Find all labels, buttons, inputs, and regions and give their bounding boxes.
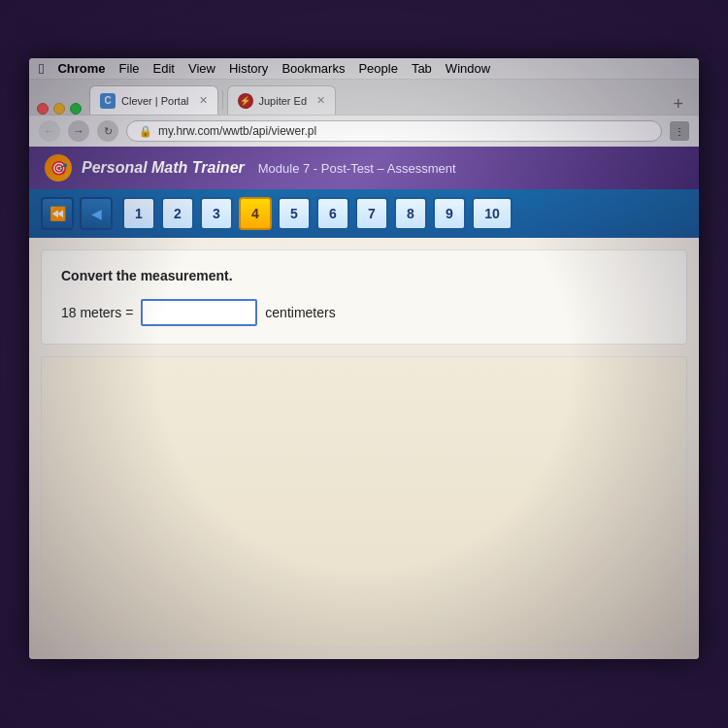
answer-input[interactable] — [141, 299, 257, 326]
question-1-button[interactable]: 1 — [122, 197, 155, 230]
menu-bar:  Chrome File Edit View History Bookmark… — [29, 58, 699, 80]
menu-chrome[interactable]: Chrome — [57, 61, 105, 76]
unit-label: centimeters — [265, 305, 335, 320]
maximize-window-button[interactable] — [70, 103, 82, 115]
measurement-row: 18 meters = centimeters — [61, 299, 667, 326]
question-4-button[interactable]: 4 — [239, 197, 272, 230]
ssl-lock-icon: 🔒 — [139, 125, 152, 138]
question-10-button[interactable]: 10 — [472, 197, 513, 230]
tab-separator — [222, 90, 223, 110]
reload-button[interactable]: ↻ — [97, 120, 118, 142]
menu-file[interactable]: File — [119, 61, 140, 76]
tab-bar: C Clever | Portal ✕ ⚡ Jupiter Ed ✕ + — [29, 80, 699, 115]
question-2-button[interactable]: 2 — [161, 197, 194, 230]
apple-menu[interactable]:  — [39, 60, 44, 77]
measurement-label: 18 meters = — [61, 305, 133, 320]
address-bar: ← → ↻ 🔒 my.hrw.com/wwtb/api/viewer.pl ⋮ — [29, 115, 699, 147]
tab-clever[interactable]: C Clever | Portal ✕ — [89, 85, 218, 115]
content-area: Convert the measurement. 18 meters = cen… — [41, 249, 687, 345]
question-8-button[interactable]: 8 — [394, 197, 427, 230]
browser-window: C Clever | Portal ✕ ⚡ Jupiter Ed ✕ + ← →… — [29, 80, 699, 147]
minimize-window-button[interactable] — [53, 103, 65, 115]
tab-clever-close[interactable]: ✕ — [199, 94, 208, 107]
menu-history[interactable]: History — [229, 61, 268, 76]
menu-edit[interactable]: Edit — [153, 61, 175, 76]
menu-window[interactable]: Window — [446, 61, 490, 76]
question-6-button[interactable]: 6 — [316, 197, 349, 230]
question-3-button[interactable]: 3 — [200, 197, 233, 230]
menu-view[interactable]: View — [188, 61, 215, 76]
question-9-button[interactable]: 9 — [433, 197, 466, 230]
extensions-area: ⋮ — [670, 121, 689, 141]
menu-bookmarks[interactable]: Bookmarks — [281, 61, 345, 76]
question-buttons: 12345678910 — [122, 197, 513, 230]
tab-jupiter-close[interactable]: ✕ — [316, 94, 325, 107]
tab-clever-label: Clever | Portal — [121, 95, 189, 107]
pmt-title: Personal Math Trainer — [82, 159, 245, 177]
question-nav: ⏪ ◀ 12345678910 — [29, 189, 699, 238]
question-5-button[interactable]: 5 — [278, 197, 311, 230]
close-window-button[interactable] — [37, 103, 49, 115]
pmt-subtitle: Module 7 - Post-Test – Assessment — [258, 161, 456, 176]
tab-jupiter[interactable]: ⚡ Jupiter Ed ✕ — [227, 85, 337, 115]
question-7-button[interactable]: 7 — [355, 197, 388, 230]
clever-icon: C — [100, 93, 116, 109]
rewind-button[interactable]: ⏪ — [41, 197, 74, 230]
bottom-area — [41, 356, 687, 647]
page-content: 🎯 Personal Math Trainer Module 7 - Post-… — [29, 147, 699, 659]
back-question-button[interactable]: ◀ — [80, 197, 113, 230]
tab-jupiter-label: Jupiter Ed — [259, 95, 308, 107]
jupiter-icon: ⚡ — [238, 93, 253, 109]
menu-people[interactable]: People — [358, 61, 397, 76]
pmt-header: 🎯 Personal Math Trainer Module 7 - Post-… — [29, 147, 699, 189]
menu-tab[interactable]: Tab — [412, 61, 432, 76]
question-instruction: Convert the measurement. — [61, 268, 667, 283]
pmt-logo: 🎯 — [45, 154, 72, 182]
back-button[interactable]: ← — [39, 120, 60, 142]
url-bar[interactable]: 🔒 my.hrw.com/wwtb/api/viewer.pl — [126, 120, 662, 142]
new-tab-button[interactable]: + — [665, 94, 691, 115]
forward-button[interactable]: → — [68, 120, 89, 142]
url-text: my.hrw.com/wwtb/api/viewer.pl — [158, 124, 316, 138]
